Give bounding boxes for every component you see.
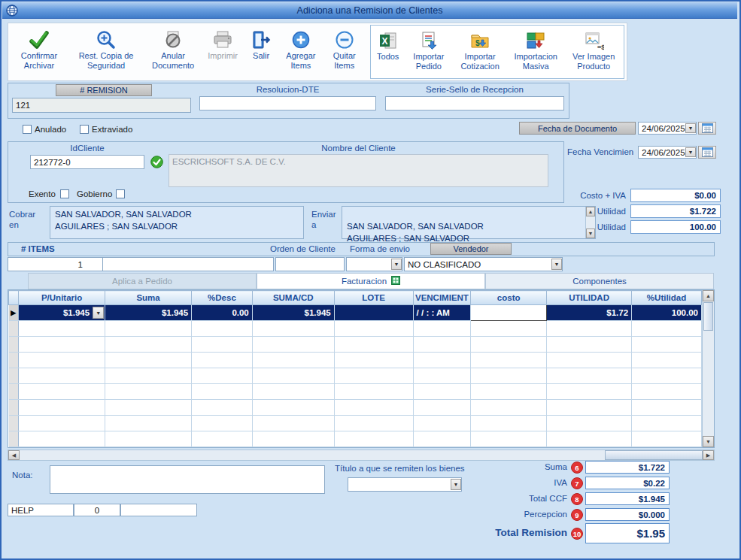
exento-checkbox[interactable] bbox=[60, 189, 69, 198]
vendedor-select[interactable]: NO CLASIFICADO ▼ bbox=[404, 257, 563, 271]
grid-empty-cell[interactable] bbox=[471, 400, 547, 416]
grid-empty-cell[interactable] bbox=[19, 368, 105, 384]
grid-empty-cell[interactable] bbox=[547, 353, 632, 368]
grid-empty-cell[interactable] bbox=[413, 384, 471, 400]
grid-empty-cell[interactable] bbox=[471, 431, 547, 447]
cell-suma-cd[interactable]: $1.945 bbox=[252, 305, 334, 321]
scroll-left-icon[interactable]: ◀ bbox=[8, 450, 20, 460]
col-lote[interactable]: LOTE bbox=[334, 291, 413, 305]
grid-empty-cell[interactable] bbox=[413, 416, 471, 431]
grid-empty-cell[interactable] bbox=[547, 321, 632, 337]
idcliente-field[interactable]: 212772-0 bbox=[30, 155, 144, 169]
col-utilidad[interactable]: UTILIDAD bbox=[547, 291, 632, 305]
pct-utilidad-field[interactable]: 100.00 bbox=[630, 220, 721, 234]
scroll-up-icon[interactable]: ▲ bbox=[586, 207, 595, 216]
grid-empty-cell[interactable] bbox=[334, 416, 413, 431]
grid-empty-row[interactable] bbox=[9, 337, 702, 353]
grid-empty-cell[interactable] bbox=[471, 384, 547, 400]
tab-componentes[interactable]: Componentes bbox=[485, 273, 714, 289]
grid-empty-cell[interactable] bbox=[334, 384, 413, 400]
grid-empty-cell[interactable] bbox=[19, 400, 105, 416]
grid-empty-cell[interactable] bbox=[252, 337, 334, 353]
grid-empty-cell[interactable] bbox=[334, 431, 413, 447]
importar-cotizacion-button[interactable]: $ Importar Cotizacion bbox=[452, 26, 508, 78]
grid-empty-cell[interactable] bbox=[192, 431, 253, 447]
grid-empty-cell[interactable] bbox=[334, 353, 413, 368]
row-selector-cell[interactable] bbox=[9, 321, 19, 337]
grid-empty-cell[interactable] bbox=[547, 384, 632, 400]
grid-empty-cell[interactable] bbox=[632, 431, 702, 447]
grid-empty-cell[interactable] bbox=[192, 337, 253, 353]
grid-empty-cell[interactable] bbox=[252, 321, 334, 337]
scrollbar-track[interactable] bbox=[20, 450, 605, 460]
validar-cliente-button[interactable] bbox=[150, 156, 163, 168]
forma-envio-select[interactable]: ▼ bbox=[346, 257, 402, 271]
todos-button[interactable]: X Todos bbox=[371, 26, 405, 78]
grid-empty-cell[interactable] bbox=[632, 337, 702, 353]
cell-desc[interactable]: 0.00 bbox=[192, 305, 253, 321]
anulado-checkbox[interactable] bbox=[23, 125, 32, 134]
grid-empty-cell[interactable] bbox=[413, 337, 471, 353]
grid-empty-cell[interactable] bbox=[19, 321, 105, 337]
grid-empty-row[interactable] bbox=[9, 416, 702, 431]
grid-empty-cell[interactable] bbox=[105, 337, 192, 353]
grid-empty-cell[interactable] bbox=[471, 321, 547, 337]
fecha-documento-button[interactable]: Fecha de Documento bbox=[519, 122, 636, 135]
grid-empty-cell[interactable] bbox=[413, 353, 471, 368]
salir-button[interactable]: Salir bbox=[244, 25, 278, 79]
confirmar-archivar-button[interactable]: Confirmar Archivar bbox=[11, 25, 68, 79]
scrollbar-track[interactable] bbox=[703, 331, 714, 436]
col-costo[interactable]: costo bbox=[471, 291, 547, 305]
grid-empty-cell[interactable] bbox=[547, 400, 632, 416]
grid-empty-cell[interactable] bbox=[471, 353, 547, 368]
restaurar-copia-button[interactable]: Rest. Copia de Seguridad bbox=[68, 25, 144, 79]
scroll-down-icon[interactable]: ▼ bbox=[586, 229, 595, 238]
fecha-vencimiento-dropdown-icon[interactable]: ▼ bbox=[685, 147, 696, 157]
grid-empty-cell[interactable] bbox=[105, 321, 192, 337]
grid-empty-cell[interactable] bbox=[413, 368, 471, 384]
costo-iva-field[interactable]: $0.00 bbox=[630, 189, 721, 202]
fecha-documento-calendar-button[interactable] bbox=[698, 122, 716, 135]
grid-empty-cell[interactable] bbox=[192, 400, 253, 416]
col-pct-utilidad[interactable]: %Utilidad bbox=[632, 291, 702, 305]
tab-aplica-pedido[interactable]: Aplica a Pedido bbox=[28, 273, 257, 289]
row-selector-cell[interactable] bbox=[9, 384, 19, 400]
fecha-vencimiento-calendar-button[interactable] bbox=[698, 146, 716, 159]
grid-vertical-scrollbar[interactable]: ▲ ▼ bbox=[702, 290, 714, 447]
item-descripcion-field[interactable] bbox=[102, 257, 274, 271]
tab-facturacion[interactable]: Facturacion bbox=[257, 273, 485, 289]
grid-empty-cell[interactable] bbox=[192, 321, 253, 337]
grid-horizontal-scrollbar[interactable]: ◀ ▶ bbox=[8, 450, 715, 461]
grid-empty-row[interactable] bbox=[9, 353, 702, 368]
nota-field[interactable] bbox=[50, 465, 325, 494]
grid-empty-cell[interactable] bbox=[105, 384, 192, 400]
fecha-documento-field[interactable]: 24/06/2025 ▼ bbox=[638, 122, 697, 135]
cell-utilidad[interactable]: $1.72 bbox=[547, 305, 632, 321]
grid-empty-cell[interactable] bbox=[471, 337, 547, 353]
grid-empty-cell[interactable] bbox=[413, 400, 471, 416]
fecha-vencimiento-field[interactable]: 24/06/2025 ▼ bbox=[638, 146, 697, 159]
enviar-a-field[interactable]: SAN SALVADOR, SAN SALVADOR AGUILARES ; S… bbox=[342, 206, 596, 239]
grid-empty-cell[interactable] bbox=[334, 368, 413, 384]
scroll-down-icon[interactable]: ▼ bbox=[703, 436, 714, 447]
cell-suma[interactable]: $1.945 bbox=[105, 305, 192, 321]
quitar-items-button[interactable]: Quitar Items bbox=[323, 25, 366, 79]
ver-imagen-producto-button[interactable]: =$ Ver Imagen Producto bbox=[563, 26, 624, 78]
grid-empty-cell[interactable] bbox=[252, 384, 334, 400]
grid-empty-row[interactable] bbox=[9, 431, 702, 447]
cell-vencimiento[interactable]: / / : : AM bbox=[413, 305, 471, 321]
grid-empty-cell[interactable] bbox=[334, 400, 413, 416]
grid-empty-cell[interactable] bbox=[547, 368, 632, 384]
imprimir-button[interactable]: Imprimir bbox=[202, 25, 244, 79]
importacion-masiva-button[interactable]: Importacion Masiva bbox=[508, 26, 563, 78]
grid-empty-cell[interactable] bbox=[632, 416, 702, 431]
grid-empty-cell[interactable] bbox=[471, 416, 547, 431]
importar-pedido-button[interactable]: Importar Pedido bbox=[405, 26, 452, 78]
grid-empty-cell[interactable] bbox=[334, 321, 413, 337]
row-selector-cell[interactable] bbox=[9, 368, 19, 384]
agregar-items-button[interactable]: Agregar Items bbox=[278, 25, 323, 79]
grid-empty-row[interactable] bbox=[9, 384, 702, 400]
orden-cliente-field[interactable] bbox=[275, 257, 345, 271]
grid-empty-cell[interactable] bbox=[413, 431, 471, 447]
col-suma-cd[interactable]: SUMA/CD bbox=[252, 291, 334, 305]
